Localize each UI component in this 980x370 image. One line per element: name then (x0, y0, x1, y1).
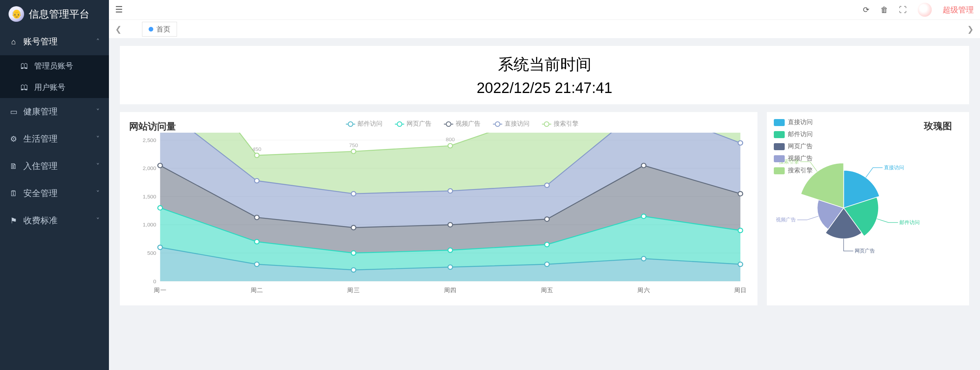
tabs-bar: ❮ 首页 ❯ (109, 19, 980, 38)
menu-label: 生活管理 (23, 133, 58, 145)
sidebar-item-2[interactable]: ⚙ 生活管理 ˅ (0, 125, 109, 153)
svg-text:周四: 周四 (444, 287, 457, 294)
svg-point-37 (545, 183, 549, 187)
user-name[interactable]: 超级管理 (943, 5, 974, 15)
svg-text:500: 500 (147, 250, 156, 256)
chevron-down-icon: ˅ (96, 189, 100, 198)
menu-label: 健康管理 (23, 106, 58, 117)
svg-point-13 (254, 262, 259, 267)
traffic-chart-title: 网站访问量 (129, 120, 176, 133)
traffic-legend: 邮件访问网页广告视频广告直接访问搜索引擎 (176, 120, 748, 128)
legend-item-0[interactable]: 邮件访问 (346, 120, 382, 128)
menu-icon: 🗓 (9, 189, 18, 198)
svg-point-16 (545, 262, 549, 267)
svg-text:周日: 周日 (734, 287, 747, 294)
rose-legend-item-1[interactable]: 邮件访问 (774, 130, 813, 139)
legend-swatch (774, 167, 785, 174)
rose-legend-item-2[interactable]: 网页广告 (774, 142, 813, 151)
menu-label: 收费标准 (23, 215, 58, 226)
legend-item-3[interactable]: 直接访问 (493, 120, 529, 128)
legend-label: 搜索引擎 (788, 167, 813, 175)
submenu-label: 用户账号 (34, 82, 65, 93)
sidebar-subitem-0-0[interactable]: 🕮管理员账号 (0, 55, 109, 77)
svg-point-25 (738, 228, 743, 233)
brand-title: 信息管理平台 (29, 7, 89, 21)
user-avatar[interactable] (918, 3, 932, 17)
legend-label: 直接访问 (788, 118, 813, 126)
nav-menu: ⌂ 账号管理 ˄🕮管理员账号🕮用户账号▭ 健康管理 ˅⚙ 生活管理 ˅🗎 入住管… (0, 28, 109, 370)
brand-avatar-icon: 👴 (9, 6, 24, 22)
svg-text:周五: 周五 (541, 287, 554, 294)
svg-point-29 (448, 223, 452, 227)
svg-text:1,500: 1,500 (143, 194, 156, 200)
hamburger-icon[interactable]: ☰ (115, 5, 123, 15)
menu-icon: ⚙ (9, 134, 18, 144)
chevron-down-icon: ˅ (96, 107, 100, 116)
svg-point-21 (351, 251, 356, 255)
sidebar-item-0[interactable]: ⌂ 账号管理 ˄ (0, 28, 109, 55)
time-card: 系统当前时间 2022/12/25 21:47:41 (120, 46, 969, 104)
sidebar-item-5[interactable]: ⚑ 收费标准 ˅ (0, 207, 109, 234)
tabs-left-arrow-icon[interactable]: ❮ (114, 23, 123, 35)
chevron-down-icon: ˅ (96, 135, 100, 143)
chevron-up-icon: ˄ (96, 37, 100, 46)
svg-point-24 (642, 214, 646, 218)
svg-text:2,500: 2,500 (143, 137, 156, 143)
delete-icon[interactable]: 🗑 (880, 5, 888, 14)
svg-point-41 (254, 153, 259, 158)
rose-legend-item-0[interactable]: 直接访问 (774, 118, 813, 126)
chevron-down-icon: ˅ (96, 162, 100, 170)
sidebar-item-3[interactable]: 🗎 入住管理 ˅ (0, 153, 109, 180)
legend-swatch (774, 119, 785, 126)
rose-legend-item-4[interactable]: 搜索引擎 (774, 167, 813, 175)
submenu-label: 管理员账号 (34, 61, 73, 71)
rose-chart-title: 玫瑰图 (924, 120, 952, 132)
refresh-icon[interactable]: ⟳ (863, 5, 870, 14)
charts-row: 网站访问量 邮件访问网页广告视频广告直接访问搜索引擎 05001,0001,50… (120, 112, 969, 305)
fullscreen-icon[interactable]: ⛶ (899, 5, 907, 14)
rose-legend: 直接访问邮件访问网页广告视频广告搜索引擎 (774, 118, 813, 175)
svg-text:450: 450 (252, 146, 262, 152)
legend-item-1[interactable]: 网页广告 (395, 120, 431, 128)
rose-legend-item-3[interactable]: 视频广告 (774, 154, 813, 163)
legend-label: 网页广告 (407, 120, 431, 128)
menu-label: 安全管理 (23, 188, 58, 199)
tab-active-dot-icon (149, 27, 153, 32)
svg-point-23 (545, 242, 549, 247)
traffic-chart[interactable]: 05001,0001,5002,0002,5001350450750800129… (129, 133, 748, 296)
svg-point-17 (642, 256, 646, 261)
legend-label: 邮件访问 (788, 130, 813, 139)
svg-point-20 (254, 240, 259, 244)
svg-point-19 (158, 205, 163, 210)
brand: 👴 信息管理平台 (0, 0, 109, 28)
tabs-right-arrow-icon[interactable]: ❯ (966, 23, 975, 35)
svg-point-27 (254, 215, 259, 219)
svg-point-39 (738, 141, 743, 145)
sidebar-item-4[interactable]: 🗓 安全管理 ˅ (0, 180, 109, 207)
content: 系统当前时间 2022/12/25 21:47:41 网站访问量 邮件访问网页广… (109, 38, 980, 370)
svg-point-32 (738, 191, 743, 196)
svg-point-43 (448, 144, 452, 148)
sidebar: 👴 信息管理平台 ⌂ 账号管理 ˄🕮管理员账号🕮用户账号▭ 健康管理 ˅⚙ 生活… (0, 0, 109, 370)
svg-point-30 (545, 217, 549, 221)
sidebar-item-1[interactable]: ▭ 健康管理 ˅ (0, 98, 109, 125)
legend-label: 视频广告 (788, 154, 813, 163)
menu-icon: ⚑ (9, 216, 18, 225)
menu-icon: ⌂ (9, 37, 18, 46)
sidebar-subitem-0-1[interactable]: 🕮用户账号 (0, 77, 109, 98)
legend-item-2[interactable]: 视频广告 (444, 120, 480, 128)
svg-point-42 (351, 149, 356, 153)
topbar: ☰ ⟳ 🗑 ⛶ 超级管理 (109, 0, 980, 19)
legend-label: 搜索引擎 (554, 120, 579, 128)
svg-point-15 (448, 265, 452, 269)
svg-text:0: 0 (153, 279, 156, 284)
time-card-title: 系统当前时间 (129, 54, 960, 75)
legend-swatch (774, 143, 785, 150)
submenu-icon: 🕮 (20, 61, 29, 70)
tab-home[interactable]: 首页 (142, 22, 177, 37)
legend-item-4[interactable]: 搜索引擎 (542, 120, 579, 128)
svg-point-36 (448, 189, 452, 193)
svg-text:直接访问: 直接访问 (884, 165, 904, 170)
svg-point-31 (642, 163, 646, 168)
svg-text:周二: 周二 (251, 287, 263, 294)
